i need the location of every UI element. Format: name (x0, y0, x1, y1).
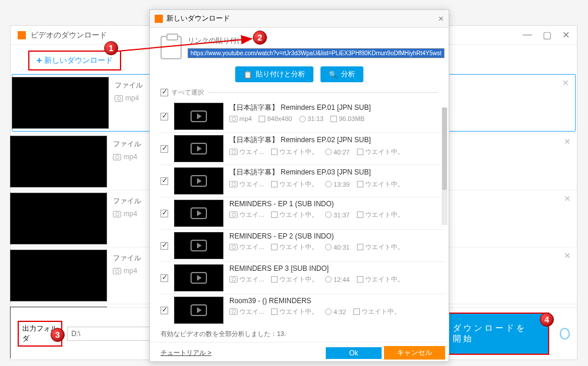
video-item[interactable]: REMINDERS - EP 2 (SUB INDO) ウエイ... ウエイト中… (161, 230, 444, 262)
remove-item-button[interactable]: ✕ (564, 137, 571, 146)
video-duration: 13:39 (325, 181, 350, 188)
analyze-button[interactable]: 🔍 分析 (320, 66, 363, 82)
video-title: Room39 - () REMINDERS (229, 297, 444, 305)
video-item[interactable]: REMINDERS EP 3 [SUB INDO] ウエイ... ウエイト中。 … (161, 262, 444, 294)
video-item[interactable]: REMINDERS - EP 1 (SUB INDO) ウエイ... ウエイト中… (161, 197, 444, 230)
video-item[interactable]: Room39 - () REMINDERS ウエイ... ウエイト中。 4:32… (161, 294, 444, 326)
video-format: ウエイ... (229, 210, 264, 219)
clock-icon (325, 211, 332, 218)
select-all-label: すべて選択 (172, 88, 204, 97)
video-title: REMINDERS - EP 1 (SUB INDO) (229, 200, 444, 208)
video-format: ウエイ... (229, 307, 264, 316)
camera-icon (229, 149, 238, 155)
play-icon (191, 240, 207, 251)
folder-icon (353, 308, 360, 315)
annotation-badge-1: 1 (104, 41, 118, 55)
camera-icon (229, 276, 238, 283)
video-title: REMINDERS - EP 2 (SUB INDO) (229, 232, 444, 240)
folder-icon (357, 149, 363, 155)
resolution-icon (271, 308, 278, 315)
alarm-icon[interactable] (560, 328, 570, 340)
window-controls: — ▢ ✕ (523, 29, 570, 41)
remove-item-button[interactable]: ✕ (562, 78, 569, 88)
video-title: 【日本語字幕】 Reminders EP.03 [JPN SUB] (229, 167, 444, 177)
minimize-button[interactable]: — (523, 29, 532, 41)
select-all-checkbox[interactable] (161, 89, 168, 96)
clipboard-icon (161, 36, 182, 59)
video-duration: 12:44 (325, 276, 350, 283)
video-thumbnail (12, 77, 109, 129)
clock-icon (325, 244, 332, 250)
ok-button[interactable]: Ok (326, 347, 382, 359)
paste-section: リンクの貼り付け https://www.youtube.com/watch?v… (150, 28, 449, 64)
camera-icon (113, 154, 121, 160)
video-checkbox[interactable] (161, 210, 168, 217)
clock-icon (325, 308, 332, 315)
camera-icon (115, 95, 123, 102)
video-title: 【日本語字幕】 Reminders EP.01 [JPN SUB] (229, 103, 444, 113)
video-size: ウエイト中。 (357, 210, 404, 219)
remove-item-button[interactable]: ✕ (564, 251, 571, 260)
cancel-button[interactable]: キャンセル (384, 346, 445, 360)
camera-icon (113, 211, 121, 217)
maximize-button[interactable]: ▢ (543, 29, 552, 41)
dialog-close-button[interactable]: ✕ (438, 15, 444, 23)
paste-icon: 📋 (243, 70, 252, 79)
video-item[interactable]: 【日本語字幕】 Reminders EP.01 [JPN SUB] mp4 84… (161, 100, 444, 133)
video-resolution: 848x480 (259, 115, 292, 122)
paste-label: リンクの貼り付け (188, 36, 445, 46)
video-item[interactable]: 【日本語字幕】 Reminders EP.02 [JPN SUB] ウエイ...… (161, 133, 444, 165)
dialog-title: 新しいダウンロード (166, 14, 230, 23)
camera-icon (229, 211, 238, 218)
app-logo-icon (18, 31, 26, 39)
video-resolution: ウエイト中。 (271, 275, 318, 284)
folder-icon (357, 244, 363, 250)
main-title: ビデオのダウンロード (31, 30, 107, 41)
video-item[interactable]: 【日本語字幕】 Reminders EP.03 [JPN SUB] ウエイ...… (161, 165, 444, 197)
video-checkbox[interactable] (161, 145, 168, 153)
play-icon (191, 207, 207, 219)
paste-analyze-button[interactable]: 📋 貼り付けと分析 (235, 66, 313, 82)
video-duration: 40:31 (325, 244, 350, 251)
plus-icon: + (36, 55, 42, 66)
video-size: ウエイト中。 (357, 147, 404, 156)
url-input[interactable]: https://www.youtube.com/watch?v=rtJr3d3W… (188, 48, 445, 58)
video-checkbox[interactable] (161, 113, 168, 120)
video-title: 【日本語字幕】 Reminders EP.02 [JPN SUB] (229, 135, 444, 145)
video-checkbox[interactable] (161, 274, 168, 282)
video-checkbox[interactable] (161, 177, 168, 185)
folder-icon (357, 181, 363, 187)
remove-item-button[interactable]: ✕ (564, 194, 571, 203)
video-checkbox[interactable] (161, 242, 168, 250)
close-button[interactable]: ✕ (562, 29, 570, 41)
video-thumbnail (174, 135, 223, 162)
camera-icon (229, 308, 238, 315)
video-format: ウエイ... (229, 275, 264, 284)
video-title: REMINDERS EP 3 [SUB INDO] (229, 264, 444, 273)
video-list[interactable]: 【日本語字幕】 Reminders EP.01 [JPN SUB] mp4 84… (150, 97, 449, 326)
video-duration: 31:37 (325, 211, 350, 219)
scrollbar[interactable] (442, 108, 447, 225)
new-download-dialog: 新しいダウンロード ✕ リンクの貼り付け https://www.youtube… (149, 9, 449, 362)
scrollbar-handle[interactable] (442, 108, 447, 190)
play-icon (191, 110, 207, 122)
video-thumbnail (174, 200, 223, 227)
clock-icon (325, 181, 332, 187)
video-thumbnail (174, 264, 223, 291)
new-download-label: 新しいダウンロード (44, 55, 113, 66)
video-thumbnail (174, 167, 223, 194)
folder-icon (357, 211, 363, 218)
start-download-button[interactable]: ダウンロードを開始 (436, 313, 549, 355)
play-icon (191, 143, 207, 155)
video-size: ウエイト中。 (357, 180, 404, 189)
format-label: mp4 (123, 210, 137, 218)
video-resolution: ウエイト中。 (271, 243, 318, 251)
file-label: ファイル (113, 253, 141, 263)
file-label: ファイル (113, 196, 141, 206)
video-checkbox[interactable] (161, 307, 168, 314)
camera-icon (113, 268, 121, 274)
video-thumbnail (174, 232, 223, 259)
tutorial-link[interactable]: チュートリアル > (161, 348, 211, 357)
camera-icon (229, 181, 238, 187)
format-label: mp4 (125, 94, 139, 102)
